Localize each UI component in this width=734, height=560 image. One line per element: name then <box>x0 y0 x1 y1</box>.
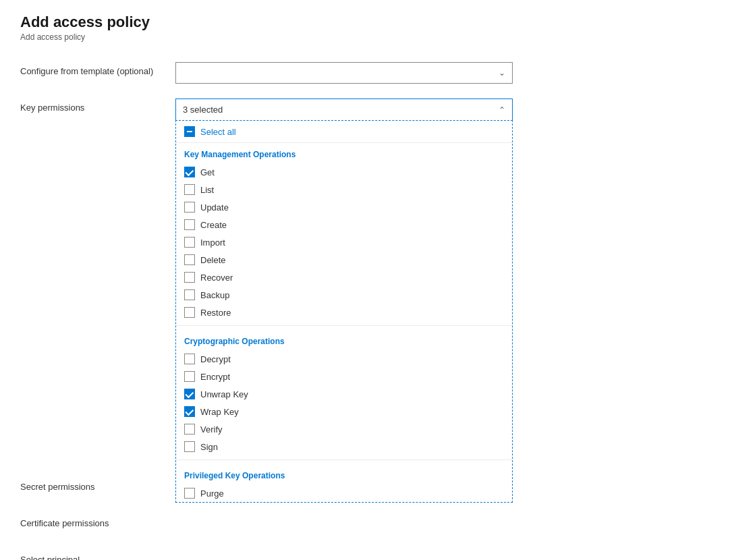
checkbox-sign-input[interactable] <box>184 441 195 452</box>
chevron-up-icon: ⌃ <box>499 105 505 115</box>
checkbox-wrap-key-input[interactable] <box>184 406 195 417</box>
breadcrumb: Add access policy <box>20 32 714 42</box>
checkbox-delete-label: Delete <box>200 255 226 265</box>
section-divider-2 <box>176 459 512 460</box>
checkbox-restore-label: Restore <box>200 308 231 318</box>
key-permissions-wrapper: 3 selected ⌃ Select all Key Management O… <box>175 99 513 120</box>
checkbox-list[interactable]: List <box>176 181 512 198</box>
checkbox-wrap-key[interactable]: Wrap Key <box>176 403 512 420</box>
checkbox-recover-label: Recover <box>200 273 233 283</box>
checkbox-list-label: List <box>200 185 214 195</box>
checkbox-create[interactable]: Create <box>176 216 512 233</box>
configure-template-row: Configure from template (optional) ⌄ <box>20 62 714 84</box>
checkbox-recover-input[interactable] <box>184 272 195 283</box>
checkbox-backup-label: Backup <box>200 290 229 300</box>
checkbox-unwrap-key-input[interactable] <box>184 389 195 399</box>
form-section: Configure from template (optional) ⌄ Key… <box>20 62 714 560</box>
checkbox-unwrap-key-label: Unwrap Key <box>200 389 248 399</box>
key-permissions-dropdown-header[interactable]: 3 selected ⌃ <box>175 99 513 120</box>
select-all-label[interactable]: Select all <box>200 127 236 137</box>
checkbox-purge[interactable]: Purge <box>176 484 512 502</box>
configure-template-dropdown[interactable]: ⌄ <box>175 62 513 84</box>
select-principal-row: Select principal <box>20 551 714 560</box>
checkbox-backup[interactable]: Backup <box>176 286 512 304</box>
cryptographic-section-header: Cryptographic Operations <box>176 330 512 350</box>
select-all-row[interactable]: Select all <box>176 121 512 143</box>
checkbox-get-input[interactable] <box>184 167 195 177</box>
section-divider-1 <box>176 325 512 326</box>
checkbox-import[interactable]: Import <box>176 233 512 251</box>
checkbox-update-input[interactable] <box>184 202 195 213</box>
key-permissions-selected-count: 3 selected <box>183 105 223 115</box>
checkbox-decrypt-label: Decrypt <box>200 354 231 364</box>
key-permissions-label: Key permissions <box>20 99 175 113</box>
checkbox-import-input[interactable] <box>184 237 195 248</box>
configure-template-label: Configure from template (optional) <box>20 62 175 76</box>
checkbox-recover[interactable]: Recover <box>176 269 512 286</box>
checkbox-get[interactable]: Get <box>176 163 512 181</box>
checkbox-purge-label: Purge <box>200 488 224 499</box>
checkbox-sign-label: Sign <box>200 442 218 452</box>
chevron-down-icon: ⌄ <box>499 68 505 78</box>
checkbox-encrypt-label: Encrypt <box>200 372 230 382</box>
select-principal-label: Select principal <box>20 551 175 560</box>
checkbox-decrypt-input[interactable] <box>184 354 195 364</box>
checkbox-sign[interactable]: Sign <box>176 438 512 455</box>
checkbox-verify[interactable]: Verify <box>176 420 512 438</box>
key-permissions-row: Key permissions 3 selected ⌃ Select all … <box>20 99 714 120</box>
privileged-section-header: Privileged Key Operations <box>176 464 512 484</box>
certificate-permissions-row: Certificate permissions <box>20 514 714 536</box>
checkbox-backup-input[interactable] <box>184 289 195 300</box>
select-all-checkbox[interactable] <box>184 126 195 137</box>
checkbox-verify-label: Verify <box>200 424 223 435</box>
checkbox-create-label: Create <box>200 220 227 230</box>
secret-permissions-label: Secret permissions <box>20 478 175 492</box>
checkbox-import-label: Import <box>200 237 225 248</box>
checkbox-decrypt[interactable]: Decrypt <box>176 350 512 368</box>
checkbox-purge-input[interactable] <box>184 488 195 499</box>
checkbox-update-label: Update <box>200 202 229 213</box>
checkbox-update[interactable]: Update <box>176 198 512 216</box>
checkbox-delete[interactable]: Delete <box>176 251 512 269</box>
checkbox-create-input[interactable] <box>184 219 195 230</box>
checkbox-unwrap-key[interactable]: Unwrap Key <box>176 385 512 403</box>
key-management-section-header: Key Management Operations <box>176 143 512 163</box>
certificate-permissions-label: Certificate permissions <box>20 514 175 528</box>
checkbox-restore-input[interactable] <box>184 307 195 318</box>
key-permissions-dropdown-list: Select all Key Management Operations Get… <box>175 120 513 503</box>
checkbox-verify-input[interactable] <box>184 424 195 435</box>
checkbox-encrypt-input[interactable] <box>184 371 195 382</box>
page-title: Add access policy <box>20 13 714 31</box>
checkbox-encrypt[interactable]: Encrypt <box>176 368 512 385</box>
checkbox-get-label: Get <box>200 167 215 177</box>
checkbox-restore[interactable]: Restore <box>176 304 512 321</box>
key-permissions-dropdown-container: 3 selected ⌃ Select all Key Management O… <box>175 99 513 120</box>
configure-template-wrapper: ⌄ <box>175 62 513 84</box>
checkbox-wrap-key-label: Wrap Key <box>200 407 239 417</box>
checkbox-delete-input[interactable] <box>184 254 195 265</box>
checkbox-list-input[interactable] <box>184 184 195 195</box>
